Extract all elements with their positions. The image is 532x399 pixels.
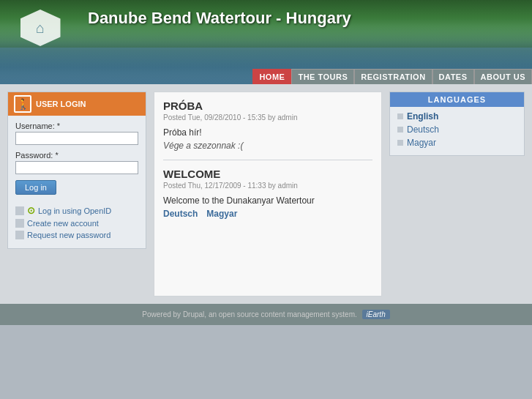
main-nav: HOMETHE TOURSREGISTRATIONDATESABOUT US bbox=[252, 69, 532, 84]
lang-english-bullet bbox=[397, 113, 403, 119]
login-links: ⊙ Log in using OpenID Create new account… bbox=[15, 205, 138, 239]
post-1-content: Próba hír! bbox=[163, 127, 372, 138]
lang-magyar: Magyar bbox=[397, 138, 517, 148]
user-login-box: 🚶 USER LOGIN Username: * Password: * Log… bbox=[7, 92, 146, 249]
post-2-meta: Posted Thu, 12/17/2009 - 11:33 by admin bbox=[163, 182, 372, 190]
post-2-translations: Deutsch Magyar bbox=[163, 209, 372, 219]
request-label: Request new password bbox=[27, 231, 110, 239]
nav-item-home[interactable]: HOME bbox=[252, 69, 291, 84]
left-column: 🚶 USER LOGIN Username: * Password: * Log… bbox=[7, 92, 146, 297]
username-label: Username: * bbox=[15, 122, 138, 130]
post-1: PRÓBA Posted Tue, 09/28/2010 - 15:35 by … bbox=[163, 100, 372, 151]
login-button[interactable]: Log in bbox=[15, 180, 56, 195]
site-title: Danube Bend Watertour - Hungary bbox=[88, 9, 351, 28]
footer-badge: iEarth bbox=[362, 310, 390, 319]
lang-deutsch: Deutsch bbox=[397, 124, 517, 135]
nav-item-the-tours[interactable]: THE TOURS bbox=[291, 69, 354, 84]
deutsch-link[interactable]: Deutsch bbox=[163, 209, 198, 219]
languages-body: English Deutsch Magyar bbox=[390, 107, 524, 155]
post-2: WELCOME Posted Thu, 12/17/2009 - 11:33 b… bbox=[163, 168, 372, 219]
lang-magyar-bullet bbox=[397, 140, 403, 146]
lang-deutsch-bullet bbox=[397, 127, 403, 133]
openid-label: Log in using OpenID bbox=[38, 206, 111, 215]
main-content: PRÓBA Posted Tue, 09/28/2010 - 15:35 by … bbox=[154, 92, 382, 297]
content-area: 🚶 USER LOGIN Username: * Password: * Log… bbox=[0, 84, 532, 304]
post-2-content: Welcome to the Dunakanyar Watertour bbox=[163, 195, 372, 206]
password-input[interactable] bbox=[15, 161, 138, 174]
lang-deutsch-link[interactable]: Deutsch bbox=[407, 124, 439, 135]
login-title: USER LOGIN bbox=[36, 100, 86, 108]
site-header: ⌂ Danube Bend Watertour - Hungary HOMETH… bbox=[0, 0, 532, 84]
site-logo[interactable]: ⌂ bbox=[15, 6, 66, 50]
create-account-link[interactable]: Create new account bbox=[15, 219, 138, 228]
openid-icon: ⊙ bbox=[27, 205, 35, 216]
user-icon: 🚶 bbox=[14, 95, 31, 113]
create-bullet bbox=[15, 219, 24, 228]
request-password-link[interactable]: Request new password bbox=[15, 231, 138, 239]
logo-icon: ⌂ bbox=[36, 20, 45, 37]
username-input[interactable] bbox=[15, 132, 138, 145]
openid-link[interactable]: ⊙ Log in using OpenID bbox=[15, 205, 138, 216]
lang-magyar-link[interactable]: Magyar bbox=[407, 138, 436, 148]
post-1-extra: Vége a szezonnak :( bbox=[163, 141, 372, 151]
request-bullet bbox=[15, 231, 24, 239]
lang-english: English bbox=[397, 111, 517, 122]
openid-bullet bbox=[15, 206, 24, 215]
right-column: LANGUAGES English Deutsch Magyar bbox=[389, 92, 525, 297]
nav-item-registration[interactable]: REGISTRATION bbox=[354, 69, 432, 84]
post-2-title: WELCOME bbox=[163, 168, 372, 180]
bottom-area bbox=[0, 325, 532, 399]
lang-english-link[interactable]: English bbox=[407, 111, 438, 122]
site-footer: Powered by Drupal, an open source conten… bbox=[0, 304, 532, 325]
languages-header: LANGUAGES bbox=[390, 92, 524, 107]
footer-text: Powered by Drupal, an open source conten… bbox=[142, 310, 357, 318]
login-header: 🚶 USER LOGIN bbox=[8, 92, 146, 116]
languages-box: LANGUAGES English Deutsch Magyar bbox=[389, 92, 525, 156]
password-label: Password: * bbox=[15, 151, 138, 160]
logo-shape: ⌂ bbox=[20, 10, 61, 46]
nav-item-about-us[interactable]: ABOUT US bbox=[474, 69, 532, 84]
post-1-title: PRÓBA bbox=[163, 100, 372, 112]
magyar-link[interactable]: Magyar bbox=[206, 209, 237, 219]
post-1-meta: Posted Tue, 09/28/2010 - 15:35 by admin bbox=[163, 113, 372, 122]
create-label: Create new account bbox=[27, 219, 99, 228]
login-body: Username: * Password: * Log in ⊙ Log in … bbox=[8, 116, 146, 248]
nav-item-dates[interactable]: DATES bbox=[432, 69, 474, 84]
post-divider bbox=[163, 160, 372, 160]
